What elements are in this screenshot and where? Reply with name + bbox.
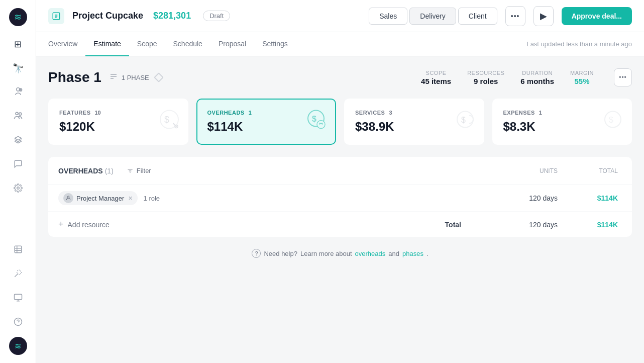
- help-question-icon: ?: [252, 249, 261, 258]
- svg-text:$: $: [609, 116, 613, 124]
- team-icon: [13, 111, 23, 123]
- svg-point-4: [17, 187, 19, 189]
- filter-button[interactable]: Filter: [122, 165, 156, 176]
- help-link-phases[interactable]: phases: [402, 250, 423, 257]
- sidebar-item-gear[interactable]: [8, 179, 28, 199]
- sidebar-item-monitor[interactable]: [8, 289, 28, 309]
- expenses-label: EXPENSES: [503, 110, 535, 116]
- table-row: Project Manager × 1 role 120 days $114K: [48, 185, 632, 212]
- resources-label: RESOURCES: [467, 70, 504, 76]
- col-header-total: TOTAL: [558, 167, 618, 174]
- features-label: FEATURES: [59, 110, 90, 116]
- binoculars-icon: 🔭: [13, 63, 24, 74]
- grid-icon: ⊞: [14, 39, 22, 50]
- card-overheads[interactable]: OVERHEADS 1 $114K $: [196, 99, 337, 145]
- help-and-text: and: [388, 250, 399, 257]
- phase-list-icon: [110, 72, 118, 82]
- card-features[interactable]: FEATURES 10 $120K $: [48, 99, 188, 145]
- svg-point-3: [19, 113, 21, 115]
- sidebar-item-help[interactable]: [8, 313, 28, 333]
- sidebar-item-binoculars[interactable]: 🔭: [8, 58, 28, 78]
- last-updated-text: Last updated less than a minute ago: [526, 40, 632, 48]
- svg-point-2: [16, 112, 18, 115]
- sidebar-user-avatar[interactable]: ≋: [9, 337, 27, 355]
- role-count: 1 role: [144, 195, 160, 202]
- duration-value: 6 months: [520, 77, 554, 85]
- row-tag: Project Manager ×: [58, 191, 138, 205]
- topbar: Project Cupcake $281,301 Draft Sales Del…: [36, 0, 644, 32]
- row-units: 120 days: [477, 194, 558, 202]
- total-label: Total: [445, 221, 461, 229]
- svg-text:$: $: [461, 116, 466, 124]
- tab-sales[interactable]: Sales: [369, 8, 407, 25]
- overheads-count: 1: [249, 110, 252, 116]
- svg-text:$: $: [164, 115, 169, 125]
- sidebar-item-table[interactable]: [8, 240, 28, 260]
- nav-tab-estimate[interactable]: Estimate: [85, 32, 129, 56]
- person-dollar-icon: [13, 86, 23, 99]
- sidebar-item-chat[interactable]: [8, 155, 28, 175]
- phase-count-label: 1 PHASE: [122, 74, 149, 81]
- logo-icon: ≋: [14, 12, 22, 23]
- draft-badge: Draft: [203, 11, 230, 21]
- svg-rect-5: [15, 246, 22, 253]
- total-row: + Add resource Total 120 days $114K: [48, 212, 632, 237]
- dots-icon: •••: [511, 12, 520, 20]
- table-title: OVERHEADS: [58, 167, 103, 175]
- sidebar-item-grid[interactable]: ⊞: [8, 34, 28, 54]
- project-icon: [48, 8, 64, 24]
- add-resource-button[interactable]: + Add resource: [58, 219, 110, 230]
- sidebar-item-wand[interactable]: [8, 264, 28, 285]
- filter-label: Filter: [137, 167, 151, 174]
- tab-delivery[interactable]: Delivery: [409, 8, 456, 25]
- main-content: Project Cupcake $281,301 Draft Sales Del…: [36, 0, 644, 363]
- help-link-overheads[interactable]: overheads: [355, 250, 386, 257]
- sidebar-item-person-dollar[interactable]: [8, 82, 28, 103]
- help-text: Need help?: [264, 250, 297, 257]
- content-area: Phase 1 1 PHASE SCOPE 45 items RESOURCES…: [36, 56, 644, 363]
- phase-meta: 1 PHASE: [110, 72, 162, 82]
- phase-stats: SCOPE 45 items RESOURCES 9 roles DURATIO…: [421, 68, 632, 86]
- nav-tab-overview[interactable]: Overview: [48, 32, 85, 56]
- sidebar-bottom: ≋: [8, 240, 28, 355]
- play-button[interactable]: ▶: [533, 6, 554, 26]
- expenses-icon: $: [603, 110, 623, 134]
- gear-icon: [14, 184, 23, 195]
- total-units: 120 days: [477, 221, 558, 229]
- table-header: OVERHEADS (1) Filter UNITS TOTAL: [48, 157, 632, 185]
- svg-point-24: [319, 123, 321, 124]
- tab-client[interactable]: Client: [458, 8, 497, 25]
- more-options-button[interactable]: •••: [505, 6, 525, 26]
- sidebar: ≋ ⊞ 🔭: [0, 0, 36, 363]
- total-amount: $114K: [558, 221, 618, 229]
- phase-stat-duration: DURATION 6 months: [520, 70, 554, 85]
- svg-text:$: $: [312, 115, 316, 123]
- table-count: (1): [105, 167, 114, 175]
- phase-more-button[interactable]: •••: [614, 68, 632, 86]
- nav-tab-settings[interactable]: Settings: [254, 32, 296, 56]
- card-services[interactable]: SERVICES 3 $38.9K $: [344, 99, 484, 145]
- project-name: Project Cupcake: [72, 11, 143, 21]
- phase-dots-icon: •••: [619, 74, 627, 81]
- topbar-tabs: Sales Delivery Client: [369, 8, 497, 25]
- nav-tab-scope[interactable]: Scope: [129, 32, 165, 56]
- card-expenses[interactable]: EXPENSES 1 $8.3K $: [492, 99, 632, 145]
- phase-diamond-icon: [154, 72, 164, 82]
- tag-close-button[interactable]: ×: [128, 194, 132, 202]
- approve-deal-button[interactable]: Approve deal...: [562, 7, 632, 25]
- phase-header: Phase 1 1 PHASE SCOPE 45 items RESOURCES…: [48, 68, 632, 86]
- nav-tab-schedule[interactable]: Schedule: [165, 32, 210, 56]
- sidebar-logo[interactable]: ≋: [9, 8, 27, 26]
- project-amount: $281,301: [153, 11, 191, 21]
- nav-tab-proposal[interactable]: Proposal: [210, 32, 254, 56]
- cube-icon: [14, 135, 23, 147]
- table-section: OVERHEADS (1) Filter UNITS TOTAL: [48, 157, 632, 237]
- monitor-icon: [14, 293, 23, 305]
- svg-point-33: [67, 196, 69, 198]
- phase-stat-scope: SCOPE 45 items: [421, 70, 451, 85]
- sidebar-item-cube[interactable]: [8, 131, 28, 151]
- filter-icon: [127, 167, 134, 174]
- expenses-count: 1: [539, 110, 542, 116]
- sidebar-item-team[interactable]: [8, 107, 28, 127]
- svg-rect-9: [14, 294, 22, 300]
